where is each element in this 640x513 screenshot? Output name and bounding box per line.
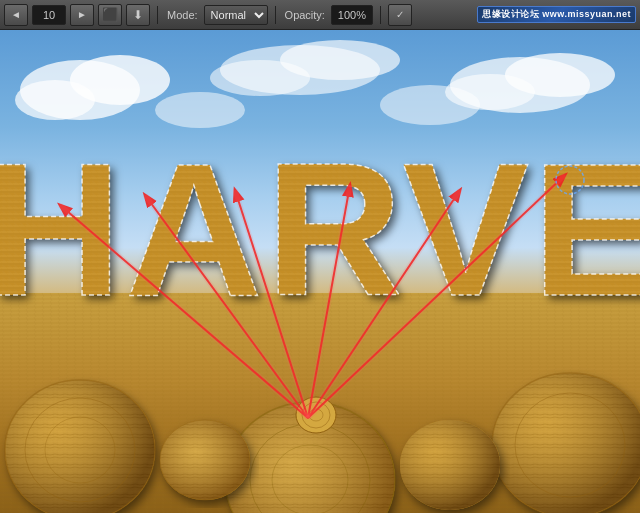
arrow-right-icon: ► xyxy=(77,9,87,20)
canvas-area[interactable]: HARVEST HARVEST xyxy=(0,30,640,513)
mode-label: Mode: xyxy=(167,9,198,21)
arrow-left-icon: ◄ xyxy=(11,9,21,20)
watermark-area: 思缘设计论坛 www.missyuan.net xyxy=(477,6,636,23)
svg-point-51 xyxy=(400,420,500,510)
confirm-button[interactable]: ✓ xyxy=(388,4,412,26)
load-button[interactable]: ⬇ xyxy=(126,4,150,26)
separator-2 xyxy=(275,6,276,24)
toolbar: ◄ 10 ► ⬛ ⬇ Mode: Normal Multiply Screen … xyxy=(0,0,640,30)
load-icon: ⬇ xyxy=(133,8,143,22)
checkmark-icon: ✓ xyxy=(396,9,404,20)
opacity-input[interactable]: 100% xyxy=(331,5,373,25)
brush-icon: ⬛ xyxy=(102,7,118,22)
watermark-text: 思缘设计论坛 www.missyuan.net xyxy=(477,6,636,23)
next-tool-button[interactable]: ► xyxy=(70,4,94,26)
brush-tool-button[interactable]: ⬛ xyxy=(98,4,122,26)
opacity-label: Opacity: xyxy=(285,9,325,21)
prev-tool-button[interactable]: ◄ xyxy=(4,4,28,26)
hay-bales-svg xyxy=(0,30,640,513)
separator-3 xyxy=(380,6,381,24)
separator-1 xyxy=(157,6,158,24)
brush-size-input[interactable]: 10 xyxy=(32,5,66,25)
mode-select[interactable]: Normal Multiply Screen Overlay xyxy=(204,5,268,25)
